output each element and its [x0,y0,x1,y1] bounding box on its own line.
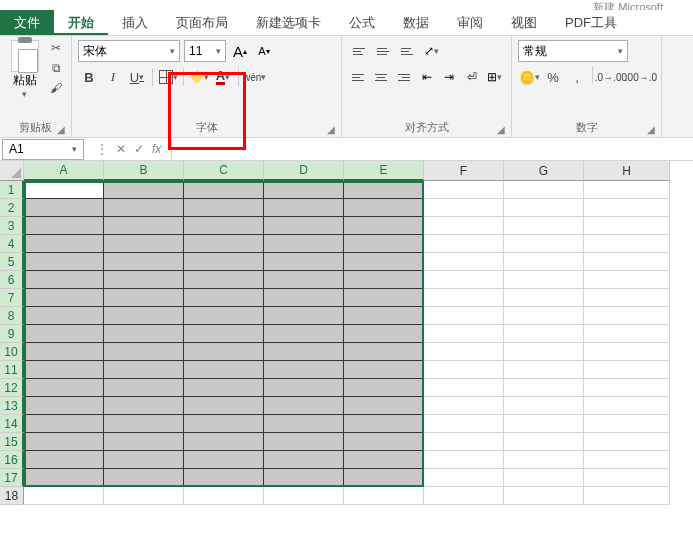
cell[interactable] [24,253,104,271]
row-header[interactable]: 11 [0,361,24,379]
cell[interactable] [424,397,504,415]
cell[interactable] [184,307,264,325]
row-header[interactable]: 15 [0,433,24,451]
align-top-button[interactable] [348,40,370,62]
cell[interactable] [344,217,424,235]
cell[interactable] [424,271,504,289]
cell[interactable] [424,415,504,433]
select-all-corner[interactable] [0,161,24,181]
row-header[interactable]: 7 [0,289,24,307]
cancel-formula-button[interactable]: ✕ [116,142,126,156]
align-center-button[interactable] [371,66,392,88]
cell[interactable] [24,487,104,505]
tab-file[interactable]: 文件 [0,10,54,35]
cell[interactable] [104,235,184,253]
cell[interactable] [264,343,344,361]
cell[interactable] [104,253,184,271]
cell[interactable] [184,379,264,397]
column-header[interactable]: A [24,161,104,181]
cell[interactable] [264,379,344,397]
tab-view[interactable]: 视图 [497,10,551,35]
cell[interactable] [264,325,344,343]
column-header[interactable]: H [584,161,670,181]
cell[interactable] [104,451,184,469]
cell[interactable] [264,271,344,289]
cell[interactable] [264,487,344,505]
cell[interactable] [184,253,264,271]
cell[interactable] [344,289,424,307]
cell[interactable] [24,451,104,469]
cell[interactable] [424,289,504,307]
cell[interactable] [504,487,584,505]
font-color-button[interactable]: A▾ [212,66,234,88]
cell[interactable] [504,253,584,271]
cell[interactable] [584,469,670,487]
cell[interactable] [504,235,584,253]
cell[interactable] [184,271,264,289]
clipboard-launcher[interactable]: ◢ [57,124,65,135]
tab-formulas[interactable]: 公式 [335,10,389,35]
cut-button[interactable]: ✂ [47,40,65,56]
cell[interactable] [104,415,184,433]
row-header[interactable]: 10 [0,343,24,361]
cell[interactable] [24,307,104,325]
cell[interactable] [264,361,344,379]
cell[interactable] [104,307,184,325]
cell[interactable] [184,343,264,361]
cell[interactable] [584,415,670,433]
cell[interactable] [504,361,584,379]
column-header[interactable]: F [424,161,504,181]
cell[interactable] [184,217,264,235]
cell[interactable] [104,361,184,379]
cell[interactable] [344,397,424,415]
cell[interactable] [504,307,584,325]
cell[interactable] [104,469,184,487]
column-header[interactable]: E [344,161,424,181]
fill-color-button[interactable]: ▾ [188,66,210,88]
align-middle-button[interactable] [372,40,394,62]
cell[interactable] [584,271,670,289]
cell[interactable] [104,181,184,199]
cell[interactable] [344,307,424,325]
cell[interactable] [264,235,344,253]
alignment-launcher[interactable]: ◢ [497,124,505,135]
grow-font-button[interactable]: A▴ [230,40,250,62]
font-size-select[interactable]: 11▾ [184,40,226,62]
cell[interactable] [584,379,670,397]
cell[interactable] [424,253,504,271]
cell[interactable] [424,181,504,199]
cell[interactable] [504,217,584,235]
cell[interactable] [584,451,670,469]
cell[interactable] [264,433,344,451]
cell[interactable] [24,235,104,253]
cell[interactable] [184,181,264,199]
cell[interactable] [344,235,424,253]
cell[interactable] [24,217,104,235]
cell[interactable] [184,361,264,379]
row-header[interactable]: 1 [0,181,24,199]
cell[interactable] [24,379,104,397]
cell[interactable] [504,325,584,343]
row-header[interactable]: 13 [0,397,24,415]
column-header[interactable]: G [504,161,584,181]
tab-page-layout[interactable]: 页面布局 [162,10,242,35]
increase-indent-button[interactable]: ⇥ [439,66,460,88]
bold-button[interactable]: B [78,66,100,88]
phonetic-button[interactable]: wén▾ [243,66,266,88]
cell[interactable] [584,343,670,361]
font-launcher[interactable]: ◢ [327,124,335,135]
cell[interactable] [264,253,344,271]
tab-custom[interactable]: 新建选项卡 [242,10,335,35]
cell[interactable] [24,433,104,451]
cell[interactable] [424,451,504,469]
row-header[interactable]: 17 [0,469,24,487]
cell[interactable] [24,289,104,307]
copy-button[interactable]: ⧉ [47,60,65,76]
insert-function-button[interactable]: fx [152,142,161,156]
merge-button[interactable]: ⊞▾ [484,66,505,88]
cell[interactable] [264,469,344,487]
cell[interactable] [424,325,504,343]
cell[interactable] [504,415,584,433]
cell[interactable] [504,451,584,469]
cell[interactable] [344,199,424,217]
